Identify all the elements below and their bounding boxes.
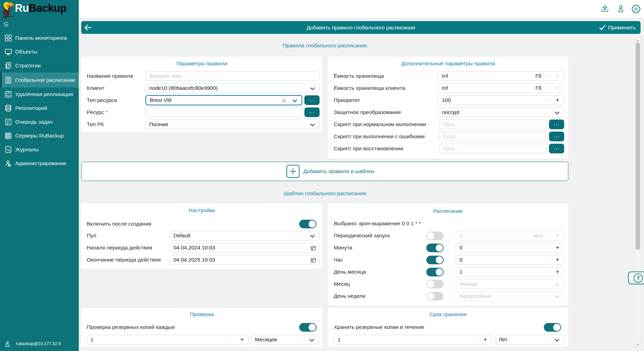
- svg-text:log: log: [7, 149, 10, 151]
- svg-text:?: ?: [636, 275, 640, 281]
